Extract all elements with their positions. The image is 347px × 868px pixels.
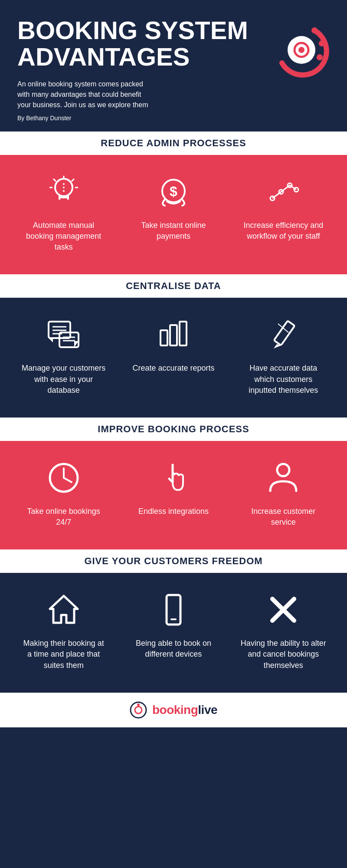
section-bar-customer-freedom: GIVE YOUR CUSTOMERS FREEDOM xyxy=(0,549,347,573)
feature-label-reduce-admin-0: Automate manual booking management tasks xyxy=(20,220,107,253)
section-bar-title-improve-booking: IMPROVE BOOKING PROCESS xyxy=(98,424,249,434)
svg-point-2 xyxy=(317,54,323,60)
brand-logo-icon xyxy=(273,22,330,78)
feature-section-improve-booking: Take online bookings 24/7 Endless integr… xyxy=(0,441,347,549)
feature-label-improve-booking-2: Increase customer service xyxy=(240,506,327,528)
feature-item-customer-freedom-2: Having the ability to alter and cancel b… xyxy=(236,590,331,671)
clock-icon xyxy=(44,458,83,497)
feature-item-customer-freedom-1: Being able to book on different devices xyxy=(126,590,221,660)
feature-label-reduce-admin-1: Take instant online payments xyxy=(130,220,217,242)
svg-marker-41 xyxy=(50,596,78,623)
pencil-icon xyxy=(264,315,303,354)
section-bar-improve-booking: IMPROVE BOOKING PROCESS xyxy=(0,418,347,441)
svg-point-1 xyxy=(319,40,325,46)
feature-label-reduce-admin-2: Increase efficiency and workflow of your… xyxy=(240,220,327,242)
chart-line-icon xyxy=(264,172,303,211)
features-grid-customer-freedom: Making their booking at a time and place… xyxy=(9,590,338,671)
page-footer: bookinglive xyxy=(0,693,347,727)
svg-line-11 xyxy=(53,179,56,181)
features-grid-centralise-data: Manage your customers with ease in your … xyxy=(9,315,338,396)
svg-line-12 xyxy=(72,179,74,181)
author-byline: By Bethany Dunster xyxy=(17,114,156,123)
svg-point-48 xyxy=(137,704,140,706)
feature-item-improve-booking-1: Endless integrations xyxy=(126,458,221,517)
features-grid-improve-booking: Take online bookings 24/7 Endless integr… xyxy=(9,458,338,528)
feature-section-reduce-admin: Automate manual booking management tasks… xyxy=(0,155,347,275)
svg-rect-33 xyxy=(180,322,187,345)
dollar-icon: $ xyxy=(154,172,193,211)
feature-label-centralise-data-2: Have accurate data which customers input… xyxy=(240,363,327,396)
footer-brand-accent: booking xyxy=(152,703,198,717)
cancel-icon xyxy=(264,590,303,629)
svg-marker-26 xyxy=(49,338,53,342)
feature-label-improve-booking-0: Take online bookings 24/7 xyxy=(20,506,107,528)
feature-section-customer-freedom: Making their booking at a time and place… xyxy=(0,573,347,693)
feature-item-improve-booking-0: Take online bookings 24/7 xyxy=(16,458,111,528)
feature-label-centralise-data-0: Manage your customers with ease in your … xyxy=(20,363,107,396)
header-text-block: BOOKING SYSTEM ADVANTAGES An online book… xyxy=(17,17,265,123)
footer-brand-name: bookinglive xyxy=(152,703,217,717)
section-bar-title-centralise-data: CENTRALISE DATA xyxy=(126,280,221,291)
svg-point-40 xyxy=(277,464,289,476)
sections-container: REDUCE ADMIN PROCESSES Automate manual b… xyxy=(0,132,347,693)
svg-rect-31 xyxy=(160,330,167,345)
page-header: BOOKING SYSTEM ADVANTAGES An online book… xyxy=(0,0,347,132)
svg-point-0 xyxy=(311,27,318,33)
lightbulb-icon xyxy=(44,172,83,211)
feature-label-customer-freedom-1: Being able to book on different devices xyxy=(130,638,217,660)
svg-rect-34 xyxy=(274,321,295,345)
feature-item-customer-freedom-0: Making their booking at a time and place… xyxy=(16,590,111,671)
svg-point-47 xyxy=(135,707,142,713)
page-title: BOOKING SYSTEM ADVANTAGES xyxy=(17,17,265,70)
footer-logo-icon xyxy=(130,701,147,719)
feature-item-reduce-admin-0: Automate manual booking management tasks xyxy=(16,172,111,253)
feature-label-customer-freedom-2: Having the ability to alter and cancel b… xyxy=(240,638,327,671)
section-bar-title-reduce-admin: REDUCE ADMIN PROCESSES xyxy=(101,138,246,148)
feature-item-reduce-admin-2: Increase efficiency and workflow of your… xyxy=(236,172,331,242)
bar-chart-icon xyxy=(154,315,193,354)
feature-label-centralise-data-1: Create accurate reports xyxy=(132,363,214,374)
mobile-icon xyxy=(154,590,193,629)
section-bar-title-customer-freedom: GIVE YOUR CUSTOMERS FREEDOM xyxy=(84,556,262,566)
pointer-icon xyxy=(154,458,193,497)
feature-item-centralise-data-1: Create accurate reports xyxy=(126,315,221,374)
person-icon xyxy=(264,458,303,497)
feature-label-improve-booking-1: Endless integrations xyxy=(138,506,209,517)
feature-label-customer-freedom-0: Making their booking at a time and place… xyxy=(20,638,107,671)
section-bar-reduce-admin: REDUCE ADMIN PROCESSES xyxy=(0,132,347,155)
feature-item-centralise-data-0: Manage your customers with ease in your … xyxy=(16,315,111,396)
chat-db-icon xyxy=(44,315,83,354)
feature-item-improve-booking-2: Increase customer service xyxy=(236,458,331,528)
footer-brand-suffix: live xyxy=(198,703,217,717)
features-grid-reduce-admin: Automate manual booking management tasks… xyxy=(9,172,338,253)
header-description: An online booking system comes packed wi… xyxy=(17,79,156,123)
house-icon xyxy=(44,590,83,629)
feature-section-centralise-data: Manage your customers with ease in your … xyxy=(0,298,347,418)
feature-item-centralise-data-2: Have accurate data which customers input… xyxy=(236,315,331,396)
section-bar-centralise-data: CENTRALISE DATA xyxy=(0,274,347,298)
feature-item-reduce-admin-1: $ Take instant online payments xyxy=(126,172,221,242)
svg-point-5 xyxy=(298,47,304,53)
svg-rect-32 xyxy=(170,325,177,345)
svg-text:$: $ xyxy=(170,184,177,199)
svg-line-39 xyxy=(64,478,72,482)
